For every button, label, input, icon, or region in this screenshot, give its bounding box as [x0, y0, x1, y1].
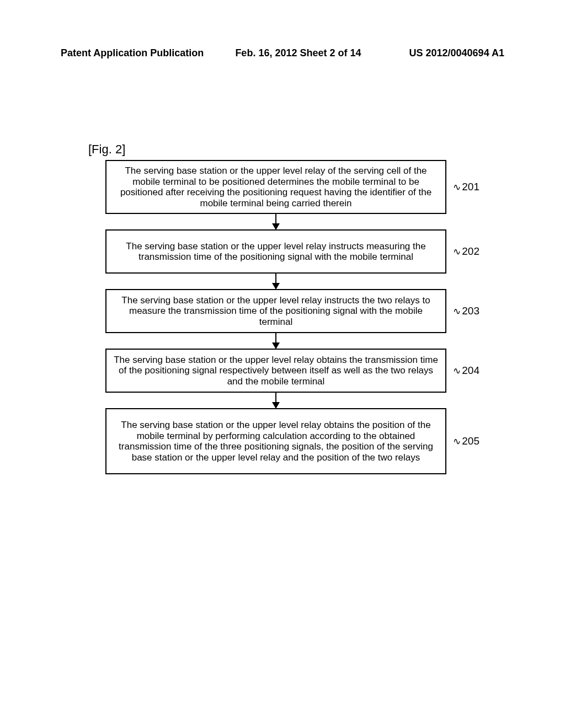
flow-arrow-icon — [275, 274, 276, 289]
ref-number: 205 — [462, 435, 479, 447]
ref-number: 203 — [462, 305, 479, 317]
ref-number: 201 — [462, 181, 479, 192]
figure-label: [Fig. 2] — [88, 142, 125, 157]
page: Patent Application Publication Feb. 16, … — [0, 0, 565, 728]
flow-step-ref: ∿205 — [453, 435, 479, 447]
flow-step-ref: ∿203 — [453, 305, 479, 317]
flow-step-text: The serving base station or the upper le… — [113, 355, 439, 387]
flow-arrow-icon — [275, 214, 276, 229]
flow-step-203: The serving base station or the upper le… — [105, 289, 446, 333]
ref-number: 204 — [462, 365, 479, 376]
flow-step-text: The serving base station or the upper le… — [113, 420, 439, 463]
ref-number: 202 — [462, 245, 479, 257]
page-header: Patent Application Publication Feb. 16, … — [61, 47, 504, 59]
flow-arrow-icon — [275, 393, 276, 408]
flow-step-ref: ∿204 — [453, 365, 479, 377]
header-publication-type: Patent Application Publication — [61, 47, 204, 59]
header-publication-number: US 2012/0040694 A1 — [409, 47, 504, 59]
flow-step-202: The serving base station or the upper le… — [105, 229, 446, 274]
flow-step-ref: ∿202 — [453, 245, 479, 258]
flow-arrow-icon — [275, 333, 276, 349]
flow-step-text: The serving base station or the upper le… — [113, 295, 439, 328]
flow-step-204: The serving base station or the upper le… — [105, 349, 446, 393]
flow-step-ref: ∿201 — [453, 181, 479, 193]
flow-step-205: The serving base station or the upper le… — [105, 408, 446, 474]
flow-step-201: The serving base station or the upper le… — [105, 160, 446, 214]
flow-step-text: The serving base station or the upper le… — [113, 165, 439, 208]
flowchart: The serving base station or the upper le… — [94, 160, 458, 474]
header-date-sheet: Feb. 16, 2012 Sheet 2 of 14 — [235, 47, 361, 59]
flow-step-text: The serving base station or the upper le… — [113, 241, 439, 263]
